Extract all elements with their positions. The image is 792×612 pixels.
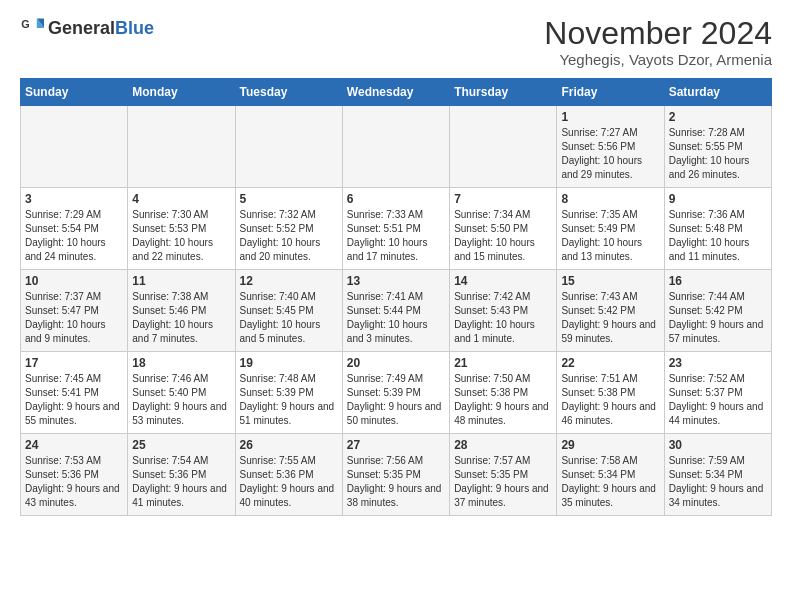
day-number: 12: [240, 274, 338, 288]
day-info: Sunrise: 7:46 AM Sunset: 5:40 PM Dayligh…: [132, 372, 230, 428]
day-info: Sunrise: 7:28 AM Sunset: 5:55 PM Dayligh…: [669, 126, 767, 182]
calendar-cell: 7Sunrise: 7:34 AM Sunset: 5:50 PM Daylig…: [450, 188, 557, 270]
day-number: 27: [347, 438, 445, 452]
day-info: Sunrise: 7:45 AM Sunset: 5:41 PM Dayligh…: [25, 372, 123, 428]
calendar-cell: 2Sunrise: 7:28 AM Sunset: 5:55 PM Daylig…: [664, 106, 771, 188]
calendar-cell: 17Sunrise: 7:45 AM Sunset: 5:41 PM Dayli…: [21, 352, 128, 434]
day-number: 30: [669, 438, 767, 452]
calendar-cell: 1Sunrise: 7:27 AM Sunset: 5:56 PM Daylig…: [557, 106, 664, 188]
col-wednesday: Wednesday: [342, 79, 449, 106]
calendar-cell: 30Sunrise: 7:59 AM Sunset: 5:34 PM Dayli…: [664, 434, 771, 516]
calendar-cell: 8Sunrise: 7:35 AM Sunset: 5:49 PM Daylig…: [557, 188, 664, 270]
logo-text: GeneralBlue: [48, 19, 154, 38]
calendar-cell: 24Sunrise: 7:53 AM Sunset: 5:36 PM Dayli…: [21, 434, 128, 516]
calendar-cell: 21Sunrise: 7:50 AM Sunset: 5:38 PM Dayli…: [450, 352, 557, 434]
day-info: Sunrise: 7:48 AM Sunset: 5:39 PM Dayligh…: [240, 372, 338, 428]
day-info: Sunrise: 7:56 AM Sunset: 5:35 PM Dayligh…: [347, 454, 445, 510]
day-info: Sunrise: 7:57 AM Sunset: 5:35 PM Dayligh…: [454, 454, 552, 510]
day-info: Sunrise: 7:51 AM Sunset: 5:38 PM Dayligh…: [561, 372, 659, 428]
calendar-cell: 25Sunrise: 7:54 AM Sunset: 5:36 PM Dayli…: [128, 434, 235, 516]
location-subtitle: Yeghegis, Vayots Dzor, Armenia: [544, 51, 772, 68]
calendar-cell: 5Sunrise: 7:32 AM Sunset: 5:52 PM Daylig…: [235, 188, 342, 270]
day-number: 4: [132, 192, 230, 206]
calendar-cell: 11Sunrise: 7:38 AM Sunset: 5:46 PM Dayli…: [128, 270, 235, 352]
calendar-cell: [450, 106, 557, 188]
day-number: 14: [454, 274, 552, 288]
calendar-cell: 18Sunrise: 7:46 AM Sunset: 5:40 PM Dayli…: [128, 352, 235, 434]
day-number: 26: [240, 438, 338, 452]
day-number: 15: [561, 274, 659, 288]
day-number: 8: [561, 192, 659, 206]
calendar-cell: 3Sunrise: 7:29 AM Sunset: 5:54 PM Daylig…: [21, 188, 128, 270]
calendar-cell: [21, 106, 128, 188]
calendar-cell: 12Sunrise: 7:40 AM Sunset: 5:45 PM Dayli…: [235, 270, 342, 352]
calendar-week-1: 1Sunrise: 7:27 AM Sunset: 5:56 PM Daylig…: [21, 106, 772, 188]
col-friday: Friday: [557, 79, 664, 106]
day-number: 19: [240, 356, 338, 370]
day-number: 2: [669, 110, 767, 124]
calendar-cell: [235, 106, 342, 188]
day-info: Sunrise: 7:34 AM Sunset: 5:50 PM Dayligh…: [454, 208, 552, 264]
day-number: 25: [132, 438, 230, 452]
day-number: 22: [561, 356, 659, 370]
calendar-week-2: 3Sunrise: 7:29 AM Sunset: 5:54 PM Daylig…: [21, 188, 772, 270]
day-number: 18: [132, 356, 230, 370]
day-info: Sunrise: 7:32 AM Sunset: 5:52 PM Dayligh…: [240, 208, 338, 264]
calendar-week-5: 24Sunrise: 7:53 AM Sunset: 5:36 PM Dayli…: [21, 434, 772, 516]
day-number: 17: [25, 356, 123, 370]
calendar-cell: 10Sunrise: 7:37 AM Sunset: 5:47 PM Dayli…: [21, 270, 128, 352]
day-info: Sunrise: 7:38 AM Sunset: 5:46 PM Dayligh…: [132, 290, 230, 346]
day-number: 10: [25, 274, 123, 288]
calendar-cell: [342, 106, 449, 188]
day-info: Sunrise: 7:43 AM Sunset: 5:42 PM Dayligh…: [561, 290, 659, 346]
page: G GeneralBlue November 2024 Yeghegis, Va…: [0, 0, 792, 532]
calendar-table: Sunday Monday Tuesday Wednesday Thursday…: [20, 78, 772, 516]
day-info: Sunrise: 7:44 AM Sunset: 5:42 PM Dayligh…: [669, 290, 767, 346]
day-number: 28: [454, 438, 552, 452]
day-number: 9: [669, 192, 767, 206]
day-number: 5: [240, 192, 338, 206]
calendar-cell: 20Sunrise: 7:49 AM Sunset: 5:39 PM Dayli…: [342, 352, 449, 434]
logo-icon: G: [20, 16, 44, 40]
day-info: Sunrise: 7:41 AM Sunset: 5:44 PM Dayligh…: [347, 290, 445, 346]
day-number: 11: [132, 274, 230, 288]
day-number: 6: [347, 192, 445, 206]
day-number: 20: [347, 356, 445, 370]
calendar-cell: 29Sunrise: 7:58 AM Sunset: 5:34 PM Dayli…: [557, 434, 664, 516]
day-number: 24: [25, 438, 123, 452]
day-info: Sunrise: 7:49 AM Sunset: 5:39 PM Dayligh…: [347, 372, 445, 428]
day-info: Sunrise: 7:40 AM Sunset: 5:45 PM Dayligh…: [240, 290, 338, 346]
day-number: 3: [25, 192, 123, 206]
calendar-cell: 26Sunrise: 7:55 AM Sunset: 5:36 PM Dayli…: [235, 434, 342, 516]
day-info: Sunrise: 7:59 AM Sunset: 5:34 PM Dayligh…: [669, 454, 767, 510]
calendar-cell: 9Sunrise: 7:36 AM Sunset: 5:48 PM Daylig…: [664, 188, 771, 270]
calendar-week-4: 17Sunrise: 7:45 AM Sunset: 5:41 PM Dayli…: [21, 352, 772, 434]
day-info: Sunrise: 7:55 AM Sunset: 5:36 PM Dayligh…: [240, 454, 338, 510]
calendar-cell: 15Sunrise: 7:43 AM Sunset: 5:42 PM Dayli…: [557, 270, 664, 352]
svg-text:G: G: [21, 18, 29, 30]
day-number: 13: [347, 274, 445, 288]
calendar-cell: [128, 106, 235, 188]
calendar-cell: 14Sunrise: 7:42 AM Sunset: 5:43 PM Dayli…: [450, 270, 557, 352]
calendar-week-3: 10Sunrise: 7:37 AM Sunset: 5:47 PM Dayli…: [21, 270, 772, 352]
day-number: 16: [669, 274, 767, 288]
day-info: Sunrise: 7:42 AM Sunset: 5:43 PM Dayligh…: [454, 290, 552, 346]
col-saturday: Saturday: [664, 79, 771, 106]
calendar-cell: 22Sunrise: 7:51 AM Sunset: 5:38 PM Dayli…: [557, 352, 664, 434]
day-info: Sunrise: 7:30 AM Sunset: 5:53 PM Dayligh…: [132, 208, 230, 264]
title-block: November 2024 Yeghegis, Vayots Dzor, Arm…: [544, 16, 772, 68]
day-number: 7: [454, 192, 552, 206]
calendar-cell: 23Sunrise: 7:52 AM Sunset: 5:37 PM Dayli…: [664, 352, 771, 434]
day-info: Sunrise: 7:50 AM Sunset: 5:38 PM Dayligh…: [454, 372, 552, 428]
day-info: Sunrise: 7:29 AM Sunset: 5:54 PM Dayligh…: [25, 208, 123, 264]
col-thursday: Thursday: [450, 79, 557, 106]
calendar-cell: 4Sunrise: 7:30 AM Sunset: 5:53 PM Daylig…: [128, 188, 235, 270]
calendar-cell: 19Sunrise: 7:48 AM Sunset: 5:39 PM Dayli…: [235, 352, 342, 434]
day-info: Sunrise: 7:37 AM Sunset: 5:47 PM Dayligh…: [25, 290, 123, 346]
calendar-cell: 27Sunrise: 7:56 AM Sunset: 5:35 PM Dayli…: [342, 434, 449, 516]
header: G GeneralBlue November 2024 Yeghegis, Va…: [20, 16, 772, 68]
day-number: 29: [561, 438, 659, 452]
calendar-cell: 16Sunrise: 7:44 AM Sunset: 5:42 PM Dayli…: [664, 270, 771, 352]
header-row: Sunday Monday Tuesday Wednesday Thursday…: [21, 79, 772, 106]
day-info: Sunrise: 7:52 AM Sunset: 5:37 PM Dayligh…: [669, 372, 767, 428]
